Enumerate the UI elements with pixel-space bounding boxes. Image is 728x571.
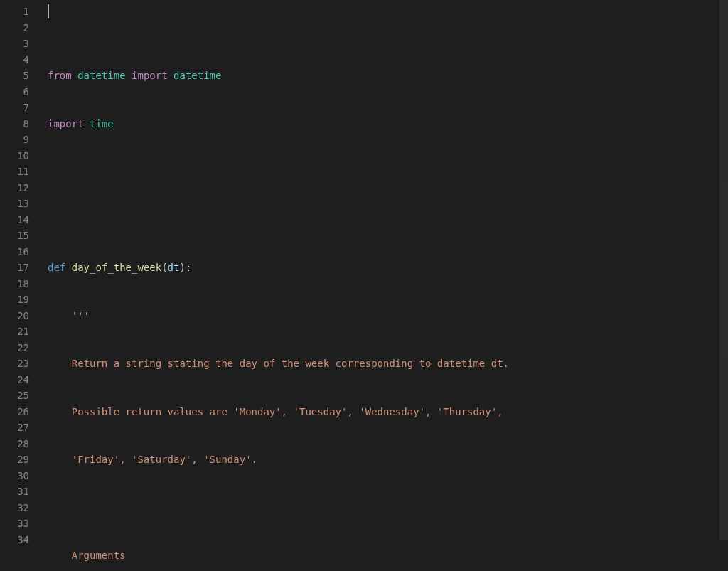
- line-number: 1: [0, 4, 29, 20]
- line-number: 12: [0, 180, 29, 196]
- code-line: [48, 212, 728, 228]
- line-number: 34: [0, 532, 29, 548]
- line-number: 31: [0, 484, 29, 500]
- line-number: 8: [0, 116, 29, 132]
- text-cursor: [48, 4, 49, 18]
- line-number: 3: [0, 36, 29, 52]
- code-area[interactable]: from datetime import datetime import tim…: [39, 0, 728, 571]
- code-line: [48, 500, 728, 516]
- line-number: 7: [0, 100, 29, 116]
- line-number: 33: [0, 516, 29, 532]
- line-number: 16: [0, 244, 29, 260]
- line-number: 19: [0, 292, 29, 308]
- line-number: 32: [0, 500, 29, 516]
- code-line: 'Friday', 'Saturday', 'Sunday'.: [48, 452, 728, 468]
- line-number: 26: [0, 404, 29, 420]
- line-number: 5: [0, 68, 29, 84]
- line-number: 25: [0, 388, 29, 404]
- line-number: 24: [0, 372, 29, 388]
- line-number: 27: [0, 420, 29, 436]
- line-number: 4: [0, 52, 29, 68]
- code-line: Return a string stating the day of the w…: [48, 356, 728, 372]
- line-number: 22: [0, 340, 29, 356]
- line-number-gutter: 1234567891011121314151617181920212223242…: [0, 0, 39, 571]
- line-number: 15: [0, 228, 29, 244]
- line-number: 9: [0, 132, 29, 148]
- scrollbar-thumb[interactable]: [719, 0, 728, 540]
- code-line: ''': [48, 308, 728, 324]
- line-number: 23: [0, 356, 29, 372]
- code-line: Arguments: [48, 548, 728, 564]
- line-number: 20: [0, 308, 29, 324]
- code-line: def day_of_the_week(dt):: [48, 260, 728, 276]
- line-number: 28: [0, 436, 29, 452]
- line-number: 29: [0, 452, 29, 468]
- line-number: 2: [0, 20, 29, 36]
- vertical-scrollbar[interactable]: [719, 0, 728, 571]
- line-number: 14: [0, 212, 29, 228]
- code-line: import time: [48, 116, 728, 132]
- line-number: 30: [0, 468, 29, 484]
- line-number: 10: [0, 148, 29, 164]
- line-number: 17: [0, 260, 29, 276]
- line-number: 6: [0, 84, 29, 100]
- code-line: [48, 164, 728, 180]
- line-number: 21: [0, 324, 29, 340]
- code-line: Possible return values are 'Monday', 'Tu…: [48, 404, 728, 420]
- code-line: from datetime import datetime: [48, 68, 728, 84]
- code-editor[interactable]: 1234567891011121314151617181920212223242…: [0, 0, 728, 571]
- line-number: 11: [0, 164, 29, 180]
- line-number: 18: [0, 276, 29, 292]
- line-number: 13: [0, 196, 29, 212]
